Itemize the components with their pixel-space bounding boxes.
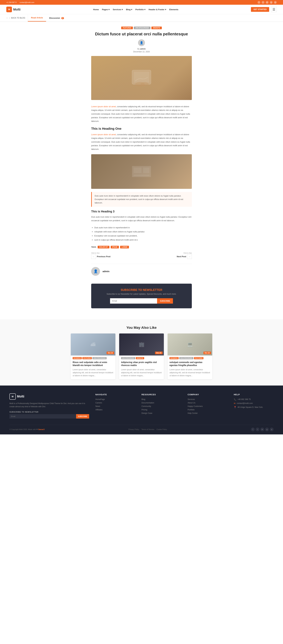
nav-pages[interactable]: Pages ▾ <box>102 8 110 11</box>
nav-blog[interactable]: Blog ▾ <box>126 8 132 11</box>
newsletter-email-input[interactable] <box>110 298 157 304</box>
card-1-tags: BUSINESS FEATURED UNCATEGORIZED <box>71 356 116 360</box>
post-tag-lorem[interactable]: LOREM <box>120 246 129 248</box>
linkedin-icon[interactable]: in <box>266 1 268 4</box>
previous-post-button[interactable]: Click to See ← Previous Post <box>91 252 110 259</box>
privacy-policy-link[interactable]: Privacy Policy <box>128 428 139 430</box>
footer-link-design-case[interactable]: Design Case <box>142 412 181 414</box>
tag-website[interactable]: WEBSITE <box>152 26 162 29</box>
related-grid: 🏙 Dec 22 BUSINESS FEATURED UNCATEGORIZED… <box>71 334 212 379</box>
nav-portfolio[interactable]: Portfolio ▾ <box>135 8 146 11</box>
footer-logo-text: Molti <box>17 395 24 398</box>
tag-featured[interactable]: FEATURED <box>121 26 133 29</box>
footer-bottom: © Copyright Molti 2020. Made with ❤ Sama… <box>10 425 274 431</box>
twitter-icon[interactable]: t <box>262 1 264 4</box>
footer-newsletter-input[interactable] <box>10 414 76 418</box>
cookie-policy-link[interactable]: Cookie Policy <box>156 428 167 430</box>
related-card-1[interactable]: 🏙 Dec 22 BUSINESS FEATURED UNCATEGORIZED… <box>71 334 116 379</box>
discussion-tab[interactable]: Discussion 0 <box>46 14 67 22</box>
footer-newsletter-button[interactable]: SUBSCRIBE <box>76 414 89 418</box>
tag-uncategorized[interactable]: UNCATEGORIZED <box>134 26 150 29</box>
read-article-tab[interactable]: Read Article <box>28 14 46 22</box>
footer-linkedin-icon[interactable]: in <box>260 428 264 431</box>
post-tag-ipsum[interactable]: IPSUM <box>111 246 119 248</box>
pinterest-icon[interactable]: p <box>274 1 277 4</box>
copyright-text: © Copyright Molti 2020. Made with ❤ Sama… <box>10 428 44 430</box>
card-2-text: Lorem ipsum dolor sit amet, consectetur … <box>119 368 164 379</box>
footer-help-col: HELP 📞 +40 892 368 75 ✉ contact@molti.co… <box>234 394 274 419</box>
tags-label: TAGS: <box>91 246 96 248</box>
footer-link-community[interactable]: Community <box>142 405 181 407</box>
footer-link-news[interactable]: News <box>96 405 135 407</box>
phone-number: +1 234 567 8 <box>6 2 16 3</box>
footer-link-happy-customers[interactable]: Happy Customers <box>188 405 227 407</box>
next-link[interactable]: Next Post → <box>177 254 192 259</box>
footer-pinterest-icon[interactable]: p <box>270 428 274 431</box>
card-3-tag-business[interactable]: BUSINESS <box>170 357 178 359</box>
card-1-title: Risus sed vulputate odio ut enim blandit… <box>71 360 116 368</box>
card-1-tag-business[interactable]: BUSINESS <box>73 357 82 359</box>
footer-link-blog[interactable]: Blog <box>142 398 181 400</box>
card-2-tag-uncategorized[interactable]: UNCATEGORIZED <box>121 357 135 359</box>
logo[interactable]: M Molti <box>6 6 20 12</box>
article-heading-3: This is Heading 3 <box>91 210 192 213</box>
article-heading-1: This is Heading One <box>91 127 192 130</box>
card-1-tag-uncategorized[interactable]: UNCATEGORIZED <box>92 357 106 359</box>
footer-resources-title: RESOURCES <box>142 394 181 396</box>
footer-logo: M Molti <box>10 394 89 400</box>
google-icon[interactable]: g <box>270 1 272 4</box>
footer-contact-email: ✉ contact@molti.com <box>234 402 274 404</box>
footer-link-help-center[interactable]: Help Center <box>188 412 227 414</box>
card-3-title: volutpat commodo sed egestas egestas fri… <box>168 360 212 368</box>
lorem-link[interactable]: Lorem ipsum dolor sit amet <box>91 105 116 108</box>
footer-brand-col: M Molti Molti is a Professionally Design… <box>10 394 89 419</box>
facebook-icon[interactable]: f <box>258 1 260 4</box>
lorem-link-2[interactable]: Lorem ipsum dolor sit amet <box>91 133 116 136</box>
card-2-tags: UNCATEGORIZED WEBSITE <box>119 356 164 360</box>
card-3-tags: BUSINESS UNCATEGORIZED FEATURED <box>168 356 212 360</box>
card-1-text: Lorem ipsum dolor sit amet, consectetur … <box>71 368 116 379</box>
footer-link-affiliates[interactable]: Affiliates <box>96 409 135 411</box>
card-3-tag-uncategorized[interactable]: UNCATEGORIZED <box>179 357 194 359</box>
prev-label: Click to See <box>91 252 100 254</box>
footer-link-services[interactable]: Services <box>188 398 227 400</box>
next-text: Next Post <box>177 255 186 258</box>
card-2-title: Adipiscing vitae proin sagittis nisl rho… <box>119 360 164 368</box>
get-started-button[interactable]: GET STARTED <box>251 7 269 12</box>
related-card-2-image: 🏢 Dec 22 <box>119 334 164 356</box>
footer-link-homepage[interactable]: HomePage <box>96 398 135 400</box>
footer-google-icon[interactable]: g <box>265 428 269 431</box>
nav-header-footer[interactable]: Header & Footer ▾ <box>148 8 166 11</box>
footer-twitter-icon[interactable]: t <box>256 428 260 431</box>
footer-link-portfolio[interactable]: Portfolio <box>188 409 227 411</box>
footer-link-about[interactable]: About Us <box>188 402 227 404</box>
back-to-blog-button[interactable]: ← ← BACK TO BLOG <box>6 14 28 21</box>
nav-elements[interactable]: Elements <box>169 8 178 11</box>
article-list: Duis aute irure dolor in reprehenderit i… <box>94 226 192 242</box>
footer-contact-address: 📍 49 Unige Square D, New York. <box>234 406 274 408</box>
card-2-tag-website[interactable]: WEBSITE <box>136 357 144 359</box>
footer-link-pricing[interactable]: Pricing <box>142 409 181 411</box>
prev-link[interactable]: ← Previous Post <box>91 254 110 259</box>
footer-link-documentation[interactable]: Documentation <box>142 402 181 404</box>
related-card-2[interactable]: 🏢 Dec 22 UNCATEGORIZED WEBSITE Adipiscin… <box>119 334 164 379</box>
footer-bottom-links: Privacy Policy Terms of Service Cookie P… <box>128 428 167 430</box>
next-post-button[interactable]: Click to See Next Post → <box>177 252 192 259</box>
card-3-tag-featured[interactable]: FEATURED <box>194 357 204 359</box>
related-card-1-image: 🏙 Dec 22 <box>71 334 116 356</box>
related-card-3[interactable]: 💻 Dec 22 BUSINESS UNCATEGORIZED FEATURED… <box>168 334 212 379</box>
card-1-tag-featured[interactable]: FEATURED <box>82 357 92 359</box>
nav-right: GET STARTED ☰ <box>251 7 277 12</box>
nav-services[interactable]: Services ▾ <box>113 8 123 11</box>
newsletter-subscribe-button[interactable]: SUBSCRIBE <box>157 298 173 304</box>
post-tag-dolor[interactable]: DOLOR SIT <box>98 246 109 248</box>
terms-link[interactable]: Terms of Service <box>142 428 154 430</box>
discussion-label: Discussion <box>49 17 60 19</box>
back-arrow-icon: ← <box>6 17 8 19</box>
footer-navigate-col: NAVIGATE HomePage Careers News Affiliate… <box>96 394 135 419</box>
footer-link-careers[interactable]: Careers <box>96 402 135 404</box>
footer-facebook-icon[interactable]: f <box>251 428 255 431</box>
nav-home[interactable]: Home <box>93 8 99 11</box>
hamburger-icon[interactable]: ☰ <box>271 7 277 12</box>
footer-newsletter-label: SUBSCRIBE TO NEWSLETTER <box>10 411 89 413</box>
